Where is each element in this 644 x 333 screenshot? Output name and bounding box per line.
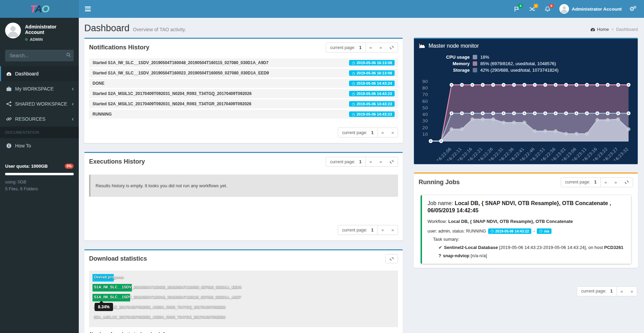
clock-icon: ◷ [352,102,355,106]
download-statistics-panel: Download statistics Ov [84,249,403,333]
pagination-next-button[interactable]: » [627,287,637,296]
task-row: ✔Sentinel2-Local Database [2019-05-06 14… [438,245,626,250]
tao-logo[interactable]: TAO [0,0,79,18]
pagination-current-page: 1 [359,159,362,164]
settings-button[interactable]: ⚙⚙ [627,5,639,13]
check-icon: ✔ [438,245,442,250]
breadcrumb: Home > Dashboard [590,27,638,32]
pagination: current page: 1 « » [338,128,398,138]
sidebar-item-how-to[interactable]: How To [0,138,79,153]
sidebar-item-label: My WORKSPACE [15,86,54,92]
svg-text:20: 20 [422,125,428,130]
task-detail: [n/a-n/a] [469,253,487,258]
question-icon: ? [438,253,441,258]
stat-value: 42% (290/688, used/total, 1073741824) [480,68,633,73]
sidebar-item-resources[interactable]: RESOURCES ‹ [0,111,79,127]
chevron-left-icon: ‹ [72,86,74,92]
sidebar-item-my-workspace[interactable]: My WORKSPACE ‹ [0,81,79,96]
job-user-status: user: admin, status: RUNNING [428,229,486,234]
pagination-next-button[interactable]: » [388,128,398,137]
breadcrumb-home-link[interactable]: Home [590,27,609,32]
pagination-next-button[interactable]: » [388,225,398,235]
search-input[interactable] [5,50,74,61]
sidebar-item-label: RESOURCES [15,116,46,122]
task-summary-label: Task sumary: [433,237,626,242]
flag-count-badge: 4 [518,4,523,8]
user-menu-button[interactable]: Administrator Account [556,4,625,14]
download-tooltip: 8.34% [95,303,113,311]
page-subtitle: Overview of TAO activity. [133,27,186,32]
sidebar-toggle-button[interactable] [79,7,97,11]
clock-icon: ◷ [491,229,494,233]
clock-icon: ◷ [352,92,355,96]
refresh-button[interactable] [386,43,398,52]
pagination-prev-button[interactable]: « [366,43,376,52]
pagination: current page: 1 « » [326,157,398,167]
pagination-next-button[interactable]: » [376,43,386,52]
sidebar-avatar [5,23,21,38]
clock-icon: ◷ [352,71,355,75]
task-host: PCD3261 [604,245,623,250]
notification-row: Started S1A_IW_SLC__1SDV_20190504T160023… [89,69,398,78]
navbar-right: 4 2 0 [510,3,644,15]
gauge-icon [6,71,12,76]
refresh-button[interactable] [386,254,398,263]
quota-files-label: 5 Files, 6 Folders [5,186,74,192]
download-row-0[interactable]: Overall progress [92,274,395,282]
pagination [385,254,398,263]
task-name: snap-ndviop [443,253,469,258]
pagination-prev-button[interactable]: « [366,157,376,166]
stat-label: Storage [435,68,470,73]
task-row: ?snap-ndviop [n/a-n/a] [438,253,626,258]
pagination-next-button[interactable]: » [376,157,386,166]
app-root: TAO 4 2 [0,0,644,333]
download-row-4[interactable]: S2A_MSIL1C_20170409T092031_N0204_R093_T3… [92,314,395,321]
svg-text:70: 70 [422,92,428,97]
notification-row: RUNNING ◷2019-05-06 14:43:23 [89,110,398,119]
pagination-next-button[interactable]: » [611,178,621,187]
gear-small-icon: ⚙ [633,5,636,9]
breadcrumb-current: Dashboard [616,27,638,32]
timestamp-badge: ◷2019-05-06 14:43:23 [349,111,395,117]
workflows-count-badge: 2 [534,4,538,8]
logo-letter-a: A [35,3,42,14]
sidebar-item-label: Dashboard [15,71,39,76]
download-row-1[interactable]: S1A_IW_SLC__1SDV_20190504T160023_2019050… [92,284,395,292]
pagination-current-page: 1 [359,45,362,50]
pagination-prev-button[interactable]: « [601,178,611,187]
sidebar: Administrator Account ADMIN [0,18,79,333]
task-name: Sentinel2-Local Database [444,245,498,250]
svg-text:90: 90 [422,79,428,84]
pagination-prev-button[interactable]: « [617,287,627,296]
pagination: current page: 1 « » [561,177,633,187]
stat-value: 85% (6979/8162, used/total, 1048576) [480,61,633,66]
timestamp-badge: ◷2019-05-06 14:43:23 [349,101,395,107]
sidebar-item-dashboard[interactable]: Dashboard [0,66,79,81]
pagination-current-page: 1 [594,180,597,185]
timestamp-badge: ◷2019-05-06 16:13:08 [349,60,395,66]
pagination-prev-button[interactable]: « [378,225,388,235]
notifications-menu-button[interactable]: 0 [541,3,555,15]
sidebar-item-shared-workspace[interactable]: SHARED WORKSPACE ‹ [0,96,79,111]
search-submit-button[interactable] [66,52,71,58]
breadcrumb-separator: > [611,27,614,32]
download-row-2[interactable]: S1A_IW_SLC__1SDV_20190504T160048_2019050… [92,294,395,301]
job-start-badge: ◷2019-05-06 14:43:22 [488,228,531,234]
pagination: current page: 1 « » [326,43,398,52]
download-row-3[interactable]: S2A_MSIL1C_20170409T092031_N0204_R093_T3… [92,304,395,311]
clock-icon: ◷ [539,229,543,233]
refresh-button[interactable] [386,157,398,166]
link-icon [6,116,12,122]
refresh-button[interactable] [621,178,633,187]
navbar: 4 2 0 [79,0,644,18]
notifications-count-badge: 0 [549,4,554,8]
task-detail: [2019-05-06 14:43:23-2019-05-06 14:43:24… [498,245,604,250]
stat-value: 18% [480,55,633,60]
pagination-prev-button[interactable]: « [378,128,388,137]
sidebar-user-panel: Administrator Account ADMIN [0,18,79,46]
topbar: TAO 4 2 [0,0,644,18]
quota-label: User quota: 1000GB [5,164,48,169]
flag-menu-button[interactable]: 4 [510,3,524,15]
workflows-menu-button[interactable]: 2 [525,3,539,15]
storage-legend-swatch [473,68,477,72]
